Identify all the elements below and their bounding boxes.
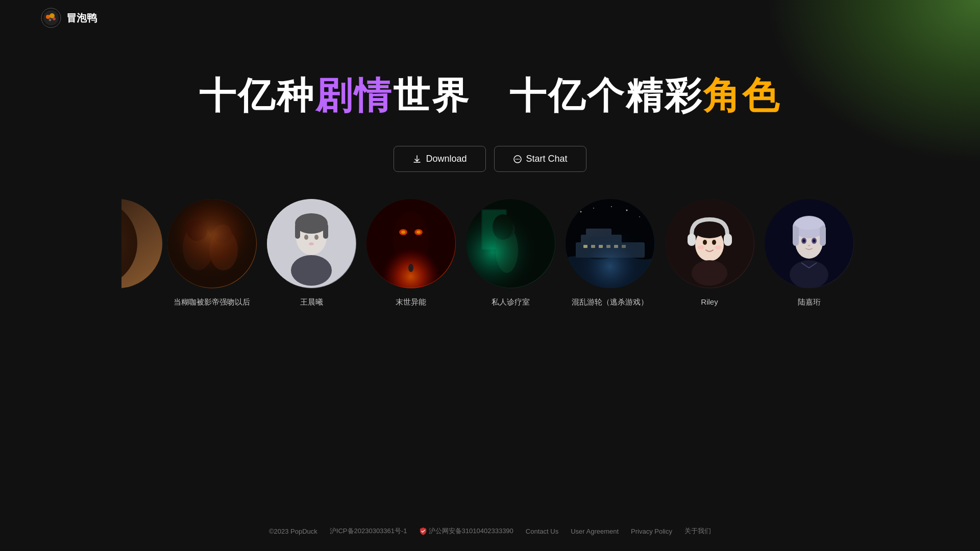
character-avatar-4 <box>466 199 555 288</box>
footer-user-agreement-link[interactable]: User Agreement <box>571 528 619 535</box>
character-name-4: 私人诊疗室 <box>492 297 530 307</box>
character-item-7[interactable]: 陆嘉珩 <box>760 199 859 307</box>
svg-point-53 <box>611 206 612 207</box>
character-item-2[interactable]: 王晨曦 <box>262 199 361 307</box>
footer-copyright: ©2023 PopDuck <box>269 528 317 535</box>
svg-point-68 <box>694 223 725 238</box>
svg-point-52 <box>639 216 640 217</box>
svg-point-2 <box>46 15 50 19</box>
character-avatar-6 <box>665 199 754 288</box>
svg-point-9 <box>519 159 520 160</box>
title-highlight1: 剧情 <box>315 75 393 116</box>
download-button[interactable]: Download <box>394 146 485 172</box>
footer-security-container: 沪公网安备31010402333390 <box>420 527 513 536</box>
svg-rect-65 <box>688 234 696 246</box>
svg-point-71 <box>692 260 727 286</box>
character-name-7: 陆嘉珩 <box>798 297 821 307</box>
svg-point-21 <box>167 199 256 288</box>
svg-point-63 <box>569 209 651 288</box>
logo-text: 冒泡鸭 <box>66 11 97 25</box>
character-name-3: 末世异能 <box>396 297 426 307</box>
character-item-partial[interactable] <box>121 199 162 288</box>
svg-point-5 <box>49 19 52 21</box>
svg-point-51 <box>626 210 627 211</box>
start-chat-label: Start Chat <box>526 154 568 164</box>
svg-point-8 <box>517 159 518 160</box>
title-highlight2: 角色 <box>703 75 781 116</box>
svg-point-70 <box>712 240 716 245</box>
svg-point-47 <box>466 199 555 288</box>
character-avatar-partial <box>121 199 162 288</box>
character-name-6: Riley <box>701 297 718 306</box>
chat-icon <box>513 155 522 164</box>
character-name-5: 混乱游轮（逃杀游戏） <box>572 297 648 307</box>
svg-point-72 <box>697 245 704 249</box>
title-part1: 十亿种 <box>199 75 315 116</box>
svg-point-15 <box>121 199 138 288</box>
characters-section: 当糊咖被影帝强吻以后 王晨曦 <box>0 199 980 307</box>
character-name-1: 当糊咖被影帝强吻以后 <box>174 297 250 307</box>
svg-point-73 <box>715 245 722 249</box>
footer-about-link[interactable]: 关于我们 <box>684 527 711 536</box>
title-part3: 十亿个精彩 <box>509 75 703 116</box>
footer: ©2023 PopDuck 沪ICP备20230303361号-1 沪公网安备3… <box>0 527 980 536</box>
svg-point-50 <box>593 208 594 209</box>
character-item-1[interactable]: 当糊咖被影帝强吻以后 <box>162 199 262 307</box>
character-name-2: 王晨曦 <box>300 297 323 307</box>
svg-point-85 <box>765 199 853 288</box>
svg-point-40 <box>366 199 455 288</box>
svg-point-31 <box>267 199 356 288</box>
header: 冒泡鸭 <box>0 0 980 36</box>
footer-contact-link[interactable]: Contact Us <box>526 528 558 535</box>
svg-point-69 <box>703 240 707 245</box>
svg-point-7 <box>516 159 517 160</box>
character-avatar-2 <box>267 199 356 288</box>
svg-point-49 <box>580 211 581 213</box>
svg-rect-66 <box>724 234 732 246</box>
hero-buttons: Download Start Chat <box>394 146 586 172</box>
title-part2: 世界 <box>393 75 471 116</box>
logo-icon <box>41 8 61 28</box>
shield-icon <box>420 527 427 535</box>
download-icon <box>412 155 422 164</box>
footer-icp: 沪ICP备20230303361号-1 <box>330 527 407 536</box>
start-chat-button[interactable]: Start Chat <box>494 146 586 172</box>
character-avatar-5 <box>566 199 655 288</box>
character-item-5[interactable]: 混乱游轮（逃杀游戏） <box>560 199 660 307</box>
footer-security-text: 沪公网安备31010402333390 <box>429 527 513 536</box>
character-item-4[interactable]: 私人诊疗室 <box>461 199 560 307</box>
character-item-6[interactable]: Riley <box>660 199 760 306</box>
logo[interactable]: 冒泡鸭 <box>41 8 97 28</box>
character-avatar-7 <box>765 199 854 288</box>
footer-privacy-link[interactable]: Privacy Policy <box>631 528 672 535</box>
character-avatar-1 <box>167 199 257 288</box>
character-item-3[interactable]: 末世异能 <box>361 199 461 307</box>
hero-title: 十亿种剧情世界 十亿个精彩角色 <box>199 71 781 120</box>
hero-section: 十亿种剧情世界 十亿个精彩角色 Download Start Chat <box>0 71 980 172</box>
download-label: Download <box>426 154 467 164</box>
svg-point-4 <box>53 17 56 20</box>
character-avatar-3 <box>366 199 456 288</box>
